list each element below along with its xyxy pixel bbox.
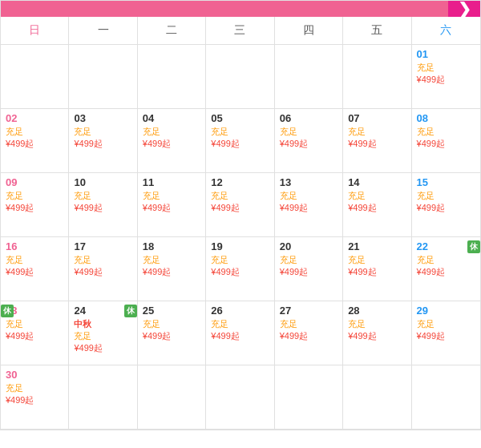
day-number: 17	[74, 240, 131, 252]
calendar-cell[interactable]: 19充足¥499起	[206, 237, 274, 301]
day-number: 12	[211, 176, 269, 188]
calendar-cell[interactable]: 休23充足¥499起	[1, 301, 69, 365]
day-number: 23	[6, 305, 63, 317]
calendar-cell[interactable]: 05充足¥499起	[206, 109, 274, 173]
price-label: ¥499起	[6, 394, 63, 406]
calendar-cell	[275, 365, 343, 430]
price-label: ¥499起	[143, 330, 200, 342]
availability-status: 充足	[417, 318, 475, 330]
availability-status: 充足	[348, 126, 406, 138]
price-label: ¥499起	[6, 266, 63, 278]
calendar-cell[interactable]: 03充足¥499起	[69, 109, 137, 173]
price-label: ¥499起	[143, 138, 200, 150]
calendar-cell[interactable]: 20充足¥499起	[275, 237, 343, 301]
weekday-一: 一	[69, 17, 137, 44]
calendar-cell[interactable]: 24中秋充足¥499起休	[69, 301, 137, 365]
availability-status: 充足	[6, 254, 63, 266]
price-label: ¥499起	[211, 330, 269, 342]
calendar-cell	[138, 45, 206, 109]
price-label: ¥499起	[74, 342, 131, 354]
calendar-cell[interactable]: 06充足¥499起	[275, 109, 343, 173]
day-number: 24	[74, 305, 131, 317]
calendar-cell[interactable]: 08充足¥499起	[412, 109, 480, 173]
day-number: 11	[143, 176, 200, 188]
mid-autumn-label: 中秋	[74, 318, 131, 330]
price-label: ¥499起	[280, 202, 338, 214]
price-label: ¥499起	[6, 202, 63, 214]
day-number: 27	[280, 305, 338, 317]
price-label: ¥499起	[280, 330, 338, 342]
day-number: 13	[280, 176, 338, 188]
price-label: ¥499起	[280, 266, 338, 278]
weekday-row: 日一二三四五六	[1, 17, 480, 45]
calendar-cell[interactable]: 12充足¥499起	[206, 173, 274, 237]
availability-status: 充足	[74, 330, 131, 342]
calendar-cell[interactable]: 01充足¥499起	[412, 45, 480, 109]
calendar-cell[interactable]: 09充足¥499起	[1, 173, 69, 237]
price-label: ¥499起	[74, 202, 131, 214]
calendar-cell[interactable]: 16充足¥499起	[1, 237, 69, 301]
price-label: ¥499起	[348, 330, 406, 342]
day-number: 03	[74, 112, 131, 124]
calendar-cell[interactable]: 17充足¥499起	[69, 237, 137, 301]
day-number: 20	[280, 240, 338, 252]
calendar-cell[interactable]: 27充足¥499起	[275, 301, 343, 365]
calendar-cell	[275, 45, 343, 109]
holiday-tag: 休	[1, 305, 14, 317]
price-label: ¥499起	[417, 74, 475, 86]
price-label: ¥499起	[348, 138, 406, 150]
calendar-cell[interactable]: 13充足¥499起	[275, 173, 343, 237]
calendar-cell[interactable]: 14充足¥499起	[343, 173, 411, 237]
calendar-cell[interactable]: 21充足¥499起	[343, 237, 411, 301]
weekday-二: 二	[138, 17, 206, 44]
availability-status: 充足	[280, 190, 338, 202]
calendar-cell[interactable]: 25充足¥499起	[138, 301, 206, 365]
price-label: ¥499起	[143, 266, 200, 278]
availability-status: 充足	[348, 254, 406, 266]
calendar-cell	[412, 365, 480, 430]
calendar-cell[interactable]: 28充足¥499起	[343, 301, 411, 365]
availability-status: 充足	[417, 190, 475, 202]
price-label: ¥499起	[74, 266, 131, 278]
day-number: 08	[417, 112, 475, 124]
calendar-cell[interactable]: 07充足¥499起	[343, 109, 411, 173]
calendar-cell[interactable]: 10充足¥499起	[69, 173, 137, 237]
availability-status: 充足	[417, 62, 475, 74]
calendar: ❯ 日一二三四五六 01充足¥499起02充足¥499起03充足¥499起04充…	[0, 0, 481, 430]
day-number: 18	[143, 240, 200, 252]
calendar-cell	[69, 45, 137, 109]
calendar-cell[interactable]: 11充足¥499起	[138, 173, 206, 237]
availability-status: 充足	[6, 318, 63, 330]
price-label: ¥499起	[348, 202, 406, 214]
weekday-日: 日	[1, 17, 69, 44]
weekday-四: 四	[275, 17, 343, 44]
availability-status: 充足	[143, 318, 200, 330]
availability-status: 充足	[211, 254, 269, 266]
price-label: ¥499起	[417, 330, 475, 342]
calendar-cell	[206, 365, 274, 430]
calendar-header: ❯	[1, 1, 480, 17]
price-label: ¥499起	[417, 266, 475, 278]
availability-status: 充足	[143, 126, 200, 138]
availability-status: 充足	[6, 190, 63, 202]
day-number: 21	[348, 240, 406, 252]
calendar-cell[interactable]: 29充足¥499起	[412, 301, 480, 365]
calendar-cell[interactable]: 30充足¥499起	[1, 365, 69, 430]
price-label: ¥499起	[6, 138, 63, 150]
calendar-grid: 01充足¥499起02充足¥499起03充足¥499起04充足¥499起05充足…	[1, 45, 480, 430]
holiday-tag: 休	[467, 240, 480, 253]
calendar-cell[interactable]: 15充足¥499起	[412, 173, 480, 237]
next-button[interactable]: ❯	[448, 1, 480, 17]
calendar-cell[interactable]: 18充足¥499起	[138, 237, 206, 301]
calendar-cell	[69, 365, 137, 430]
calendar-cell[interactable]: 26充足¥499起	[206, 301, 274, 365]
calendar-cell	[138, 365, 206, 430]
calendar-cell[interactable]: 02充足¥499起	[1, 109, 69, 173]
calendar-cell[interactable]: 04充足¥499起	[138, 109, 206, 173]
weekday-五: 五	[343, 17, 411, 44]
calendar-cell[interactable]: 22充足¥499起休	[412, 237, 480, 301]
availability-status: 充足	[280, 126, 338, 138]
availability-status: 充足	[280, 254, 338, 266]
price-label: ¥499起	[143, 202, 200, 214]
availability-status: 充足	[348, 190, 406, 202]
